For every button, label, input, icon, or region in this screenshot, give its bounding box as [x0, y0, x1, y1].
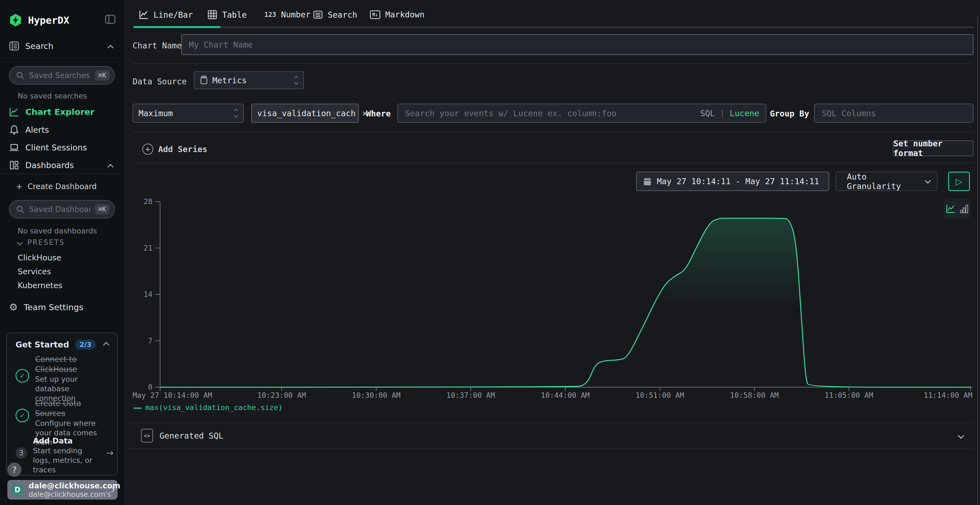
- get-started-step-3[interactable]: 3 Add Data Start sending logs, metrics, …: [16, 436, 113, 475]
- saved-searches-search[interactable]: ⌘K: [9, 66, 115, 85]
- group-by-field[interactable]: [814, 104, 974, 123]
- date-range-input[interactable]: [656, 176, 822, 186]
- tab-label: Line/Bar: [154, 10, 193, 20]
- shortcut-badge: ⌘K: [95, 204, 110, 214]
- preset-item-services[interactable]: Services: [18, 265, 62, 279]
- x-tick-label: 10:23:00 AM: [257, 391, 306, 399]
- sidebar-item-team-settings[interactable]: ⚙ Team Settings: [9, 302, 83, 313]
- number-icon: 123: [264, 11, 276, 19]
- app-title: HyperDX: [28, 15, 69, 26]
- chart-legend[interactable]: max(visa_validation_cache.size): [134, 403, 283, 412]
- data-source-select[interactable]: Metrics: [194, 71, 304, 89]
- date-range-picker[interactable]: [636, 172, 829, 191]
- saved-dashboards-input[interactable]: [29, 205, 91, 214]
- search-panel-icon: [9, 41, 19, 51]
- logo-icon: [9, 14, 22, 27]
- step-number: 3: [16, 447, 27, 459]
- chevron-up-icon[interactable]: [108, 45, 114, 51]
- database-icon: [200, 76, 208, 85]
- add-series-button[interactable]: + Add Series: [142, 144, 207, 154]
- saved-searches-input[interactable]: [29, 71, 91, 80]
- no-saved-searches-text: No saved searches: [18, 92, 87, 100]
- add-series-label: Add Series: [158, 145, 207, 154]
- code-icon: <>: [141, 429, 153, 442]
- tab-search[interactable]: Search: [313, 10, 357, 20]
- chevron-down-icon: [17, 240, 23, 246]
- main-content: Line/Bar Table 123 Number Search M↓ Mark…: [124, 0, 980, 505]
- group-by-input[interactable]: [821, 108, 966, 118]
- query-language-toggle[interactable]: SQL | Lucene: [700, 108, 759, 118]
- create-dashboard-button[interactable]: + Create Dashboard: [16, 182, 97, 191]
- divider: [132, 63, 974, 64]
- create-dashboard-label: Create Dashboard: [27, 182, 97, 191]
- sidebar-item-client-sessions[interactable]: Client Sessions: [9, 142, 87, 152]
- sidebar-item-label: Client Sessions: [25, 143, 87, 152]
- y-tick-label: 21: [143, 244, 153, 252]
- sidebar-item-label: Chart Explorer: [25, 107, 94, 117]
- user-menu[interactable]: D dale@clickhouse.com dale@clickhouse.co…: [7, 480, 118, 500]
- sidebar-toggle-icon[interactable]: [105, 14, 115, 24]
- search-icon: [16, 71, 24, 79]
- x-tick-label: 10:44:00 AM: [541, 391, 590, 399]
- generated-sql-toggle[interactable]: <> Generated SQL: [141, 428, 969, 443]
- bell-icon: [9, 125, 19, 135]
- user-email: dale@clickhouse.com: [29, 481, 105, 490]
- aggregation-select[interactable]: Maximum: [132, 104, 243, 123]
- chart-name-input[interactable]: [188, 40, 966, 50]
- tab-table[interactable]: Table: [207, 10, 247, 20]
- presets-toggle[interactable]: PRESETS: [18, 238, 65, 246]
- tab-underline-track: [134, 27, 974, 28]
- shortcut-badge: ⌘K: [95, 70, 110, 81]
- saved-dashboards-search[interactable]: ⌘K: [9, 200, 115, 219]
- sidebar: HyperDX Search ⌘K No saved searches Char…: [0, 0, 124, 505]
- series-area: [160, 218, 970, 387]
- chevron-down-icon: [925, 178, 931, 183]
- logo[interactable]: HyperDX: [9, 14, 69, 27]
- sidebar-section-search[interactable]: Search: [9, 41, 53, 51]
- divider: [128, 448, 975, 449]
- set-number-format-button[interactable]: Set number format: [893, 140, 974, 156]
- preset-item-kubernetes[interactable]: Kubernetes: [18, 279, 62, 292]
- where-input[interactable]: [404, 108, 700, 118]
- x-tick-label: 10:58:00 AM: [730, 391, 779, 399]
- scrollbar[interactable]: [977, 16, 978, 505]
- tab-label: Number: [281, 10, 310, 19]
- tab-label: Markdown: [385, 10, 425, 19]
- y-tick-label: 7: [148, 337, 153, 345]
- metric-chip[interactable]: visa_validation_cach ×: [251, 104, 359, 123]
- x-tick-label: 11:05:00 AM: [824, 391, 873, 399]
- check-icon: ✓: [16, 369, 29, 383]
- tab-line-bar[interactable]: Line/Bar: [139, 10, 193, 20]
- sidebar-item-alerts[interactable]: Alerts: [9, 125, 49, 135]
- sidebar-item-chart-explorer[interactable]: Chart Explorer: [9, 106, 94, 117]
- arrow-right-icon: →: [106, 448, 113, 475]
- tab-number[interactable]: 123 Number: [264, 10, 310, 19]
- preset-item-clickhouse[interactable]: ClickHouse: [18, 251, 62, 265]
- step-title: Connect to ClickHouse: [35, 354, 110, 375]
- chevron-down-icon: [958, 433, 964, 439]
- tab-markdown[interactable]: M↓ Markdown: [370, 10, 425, 19]
- metric-chip-label: visa_validation_cach: [257, 108, 356, 118]
- granularity-select[interactable]: Auto Granularity: [835, 172, 937, 191]
- help-button[interactable]: ?: [7, 462, 22, 477]
- where-field[interactable]: SQL | Lucene: [398, 104, 766, 123]
- markdown-icon: M↓: [370, 10, 380, 19]
- active-tab-indicator: [134, 26, 221, 28]
- data-source-label: Data Source: [132, 77, 187, 86]
- get-started-title: Get Started: [16, 340, 69, 349]
- presets-label: PRESETS: [27, 238, 65, 246]
- legend-line-swatch: [134, 408, 142, 409]
- chevron-up-icon[interactable]: [108, 164, 114, 170]
- granularity-value: Auto Granularity: [847, 172, 921, 191]
- get-started-step-1[interactable]: ✓ Connect to ClickHouse Set up your data…: [16, 354, 110, 403]
- chart[interactable]: 07142128May 27 10:14:00 AM10:23:00 AM10:…: [124, 191, 980, 400]
- divider: [0, 173, 124, 174]
- select-chevrons-icon: [235, 110, 238, 117]
- chevron-up-icon[interactable]: [103, 342, 110, 348]
- x-tick-label: 10:30:00 AM: [352, 391, 401, 399]
- sidebar-item-dashboards[interactable]: Dashboards: [9, 160, 74, 170]
- run-query-button[interactable]: ▷: [948, 172, 970, 191]
- aggregation-value: Maximum: [138, 108, 173, 118]
- chart-name-field[interactable]: [181, 34, 974, 55]
- table-icon: [207, 10, 217, 20]
